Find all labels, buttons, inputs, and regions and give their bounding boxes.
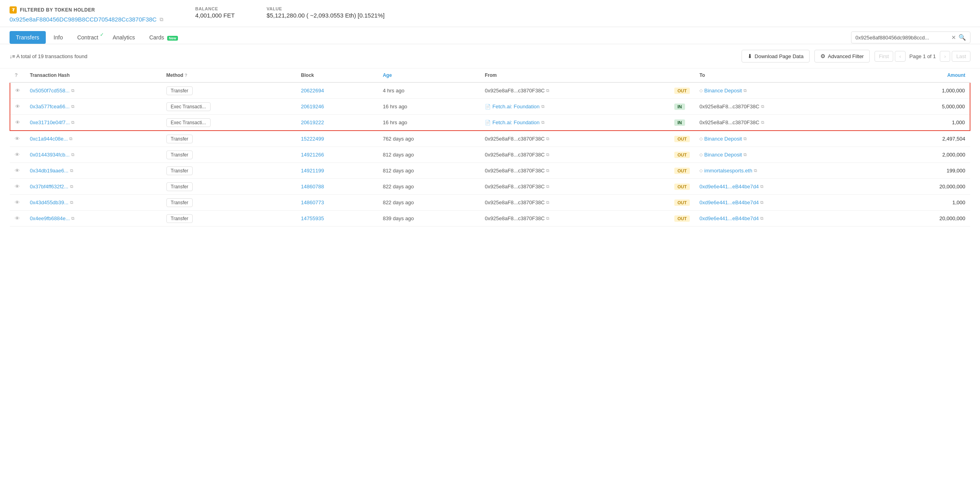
table-row: 👁0xc1a944c08e...⧉Transfer15222499762 day… xyxy=(10,131,970,147)
new-badge: New xyxy=(167,36,178,41)
tx-hash-link[interactable]: 0x4ee9fb6884e... xyxy=(30,215,70,221)
next-page-button[interactable]: › xyxy=(940,51,950,62)
block-link[interactable]: 20619222 xyxy=(301,119,324,125)
address-link[interactable]: 0x925e8aF880456DC989B8CCD7054828Cc3870F3… xyxy=(10,16,156,23)
copy-hash-icon[interactable]: ⧉ xyxy=(70,184,73,189)
copy-hash-icon[interactable]: ⧉ xyxy=(69,136,72,141)
eye-icon[interactable]: 👁 xyxy=(15,152,20,158)
copy-hash-icon[interactable]: ⧉ xyxy=(71,88,74,93)
tx-hash-link[interactable]: 0x3a577fcea66... xyxy=(30,104,70,109)
direction-badge: OUT xyxy=(674,88,690,94)
block-link[interactable]: 14921266 xyxy=(301,152,324,158)
to-address-link[interactable]: 0xd9e6e441...eB44be7d4 xyxy=(699,184,759,190)
copy-from-icon[interactable]: ⧉ xyxy=(541,104,545,109)
eye-icon[interactable]: 👁 xyxy=(15,88,20,94)
copy-hash-icon[interactable]: ⧉ xyxy=(70,168,73,173)
tx-hash-link[interactable]: 0xe31710e04f7... xyxy=(30,119,70,125)
first-page-button[interactable]: First xyxy=(875,51,893,62)
to-named-link[interactable]: Binance Deposit xyxy=(704,152,742,158)
table-row: 👁0x34db19aae6...⧉Transfer14921199812 day… xyxy=(10,163,970,179)
amount-value: 1,000 xyxy=(952,119,965,125)
search-close-icon[interactable]: ✕ xyxy=(951,34,956,41)
tab-contract[interactable]: Contract ✓ xyxy=(71,31,105,44)
tx-hash-link[interactable]: 0x01443934fcb... xyxy=(30,152,70,158)
copy-to-icon[interactable]: ⧉ xyxy=(744,88,747,93)
eye-icon[interactable]: 👁 xyxy=(15,119,20,125)
to-address-link[interactable]: 0xd9e6e441...eB44be7d4 xyxy=(699,215,759,221)
tabs-row: Transfers Info Contract ✓ Analytics Card… xyxy=(0,27,980,44)
tx-hash-link[interactable]: 0xc1a944c08e... xyxy=(30,136,68,142)
method-badge: Exec Transacti... xyxy=(166,102,211,111)
col-age: Age xyxy=(378,68,480,82)
prev-page-button[interactable]: ‹ xyxy=(895,51,905,62)
method-badge: Transfer xyxy=(166,86,193,95)
tab-transfers[interactable]: Transfers xyxy=(10,31,46,44)
tx-hash-link[interactable]: 0x37bf4ff632f2... xyxy=(30,184,68,190)
table-row: 👁0x5050f7cd558...⧉Transfer206226944 hrs … xyxy=(10,82,970,99)
to-named-link[interactable]: Binance Deposit xyxy=(704,136,742,142)
direction-badge: OUT xyxy=(674,184,690,190)
copy-from-icon[interactable]: ⧉ xyxy=(546,216,549,221)
copy-from-icon[interactable]: ⧉ xyxy=(546,88,549,93)
method-badge: Transfer xyxy=(166,198,193,207)
block-link[interactable]: 14860773 xyxy=(301,199,324,205)
copy-to-icon[interactable]: ⧉ xyxy=(760,184,763,189)
eye-icon[interactable]: 👁 xyxy=(15,199,20,205)
search-icon[interactable]: 🔍 xyxy=(959,34,966,41)
value-value: $5,121,280.00 ( ~2,093.0553 Eth) [0.1521… xyxy=(267,12,385,19)
block-link[interactable]: 20622694 xyxy=(301,88,324,94)
to-address-link[interactable]: 0xd9e6e441...eB44be7d4 xyxy=(699,199,759,205)
block-link[interactable]: 15222499 xyxy=(301,136,324,142)
filter-icon: ⚙ xyxy=(820,53,826,59)
amount-value: 20,000,000 xyxy=(939,215,965,221)
filter-button[interactable]: ⚙ Advanced Filter xyxy=(814,50,870,63)
copy-hash-icon[interactable]: ⧉ xyxy=(71,120,74,125)
block-link[interactable]: 14921199 xyxy=(301,168,324,174)
copy-to-icon[interactable]: ⧉ xyxy=(760,200,763,205)
copy-from-icon[interactable]: ⧉ xyxy=(546,168,549,173)
eye-icon[interactable]: 👁 xyxy=(15,215,20,221)
copy-to-icon[interactable]: ⧉ xyxy=(744,152,747,157)
copy-address-icon[interactable]: ⧉ xyxy=(160,16,163,23)
copy-to-icon[interactable]: ⧉ xyxy=(744,136,747,141)
to-named-link[interactable]: Binance Deposit xyxy=(704,88,742,94)
block-link[interactable]: 20619246 xyxy=(301,104,324,109)
search-value: 0x925e8af880456dc989b8ccd... xyxy=(855,35,949,41)
tab-cards[interactable]: Cards New xyxy=(143,31,184,44)
tab-info[interactable]: Info xyxy=(47,31,69,44)
tx-hash-link[interactable]: 0x34db19aae6... xyxy=(30,168,68,174)
amount-value: 1,000,000 xyxy=(942,88,965,94)
eye-icon[interactable]: 👁 xyxy=(15,184,20,190)
copy-from-icon[interactable]: ⧉ xyxy=(546,184,549,189)
tx-hash-link[interactable]: 0x5050f7cd558... xyxy=(30,88,70,94)
copy-hash-icon[interactable]: ⧉ xyxy=(71,104,74,109)
from-named-link[interactable]: Fetch.ai: Foundation xyxy=(492,104,540,109)
from-named-link[interactable]: Fetch.ai: Foundation xyxy=(492,119,540,125)
copy-from-icon[interactable]: ⧉ xyxy=(541,120,545,125)
eye-icon[interactable]: 👁 xyxy=(15,104,20,109)
copy-hash-icon[interactable]: ⧉ xyxy=(71,216,74,221)
to-ens-link[interactable]: immortalsesports.eth xyxy=(704,168,752,174)
copy-from-icon[interactable]: ⧉ xyxy=(546,136,549,141)
copy-hash-icon[interactable]: ⧉ xyxy=(71,152,74,157)
copy-from-icon[interactable]: ⧉ xyxy=(546,200,549,205)
copy-to-icon[interactable]: ⧉ xyxy=(760,216,763,221)
copy-from-icon[interactable]: ⧉ xyxy=(546,152,549,157)
last-page-button[interactable]: Last xyxy=(952,51,970,62)
eye-icon[interactable]: 👁 xyxy=(15,168,20,174)
table-row: 👁0xe31710e04f7...⧉Exec Transacti...20619… xyxy=(10,115,970,131)
toolbar: ↓≡ A total of 19 transactions found ⬇ Do… xyxy=(0,44,980,68)
copy-to-icon[interactable]: ⧉ xyxy=(754,168,757,173)
download-button[interactable]: ⬇ Download Page Data xyxy=(742,50,810,63)
tab-analytics[interactable]: Analytics xyxy=(106,31,141,44)
block-link[interactable]: 14860788 xyxy=(301,184,324,190)
block-link[interactable]: 14755935 xyxy=(301,215,324,221)
copy-hash-icon[interactable]: ⧉ xyxy=(70,200,73,205)
amount-value: 2,497,504 xyxy=(942,136,965,142)
tx-hash-link[interactable]: 0x43d455db39... xyxy=(30,199,68,205)
copy-to-icon[interactable]: ⧉ xyxy=(761,120,764,125)
eye-icon[interactable]: 👁 xyxy=(15,136,20,142)
col-to: To xyxy=(695,68,881,82)
method-badge: Transfer xyxy=(166,182,193,191)
copy-to-icon[interactable]: ⧉ xyxy=(761,104,764,109)
